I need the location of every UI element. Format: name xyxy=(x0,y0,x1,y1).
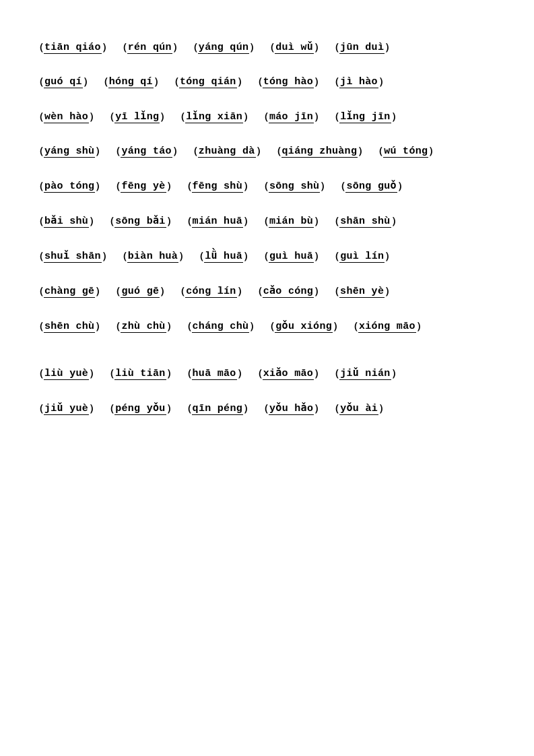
pinyin-text: guó qí xyxy=(44,76,83,88)
pinyin-text: yáng táo xyxy=(121,146,172,158)
row-6: （shuǐ shān）（biàn huà）（lǜ huā）（guì huā）（g… xyxy=(34,249,500,265)
open-paren: （ xyxy=(194,250,204,263)
item-5-2: （mián huā） xyxy=(182,215,253,228)
close-paren: ） xyxy=(172,41,182,54)
item-8-3: （gǒu xióng） xyxy=(265,319,343,333)
pinyin-text: qiáng zhuàng xyxy=(281,146,358,158)
item-2-4: （lǐng jīn） xyxy=(329,110,401,123)
close-paren: ） xyxy=(166,180,176,193)
pinyin-text: xiǎo māo xyxy=(263,367,314,380)
close-paren: ） xyxy=(166,320,176,333)
open-paren: （ xyxy=(188,41,198,54)
close-paren: ） xyxy=(243,111,253,123)
open-paren: （ xyxy=(34,402,44,415)
pinyin-text: jiǔ nián xyxy=(339,367,391,380)
pinyin-text: yáng qún xyxy=(198,42,249,54)
close-paren: ） xyxy=(378,75,389,88)
row-3: （yáng shù）（yáng táo）（zhuàng dà）（qiáng zh… xyxy=(34,145,500,160)
open-paren: （ xyxy=(34,180,44,193)
item-1-1: （hóng qí） xyxy=(98,75,164,88)
pinyin-text: yǒu hǎo xyxy=(269,402,314,415)
item-6-1: （biàn huà） xyxy=(117,250,189,263)
close-paren: ） xyxy=(249,320,259,333)
open-paren: （ xyxy=(329,285,339,298)
item-6-2: （lǜ huā） xyxy=(194,249,253,263)
close-paren: ） xyxy=(314,367,324,380)
item-11-1: （péng yǒu） xyxy=(104,402,176,415)
open-paren: （ xyxy=(104,402,114,415)
pinyin-text: jiǔ yuè xyxy=(44,402,89,415)
pinyin-text: guì lín xyxy=(339,251,385,263)
row-11: （jiǔ yuè）（péng yǒu）（qīn péng）（yǒu hǎo）（y… xyxy=(34,402,500,418)
open-paren: （ xyxy=(110,180,121,193)
open-paren: （ xyxy=(259,111,269,123)
close-paren: ） xyxy=(314,215,324,228)
item-6-3: （guì huā） xyxy=(259,250,324,263)
item-5-0: （bǎi shù） xyxy=(34,214,99,228)
item-11-2: （qīn péng） xyxy=(182,402,253,415)
pinyin-text: hóng qí xyxy=(108,76,154,88)
close-paren: ） xyxy=(249,41,259,54)
pinyin-text: péng yǒu xyxy=(114,402,166,415)
pinyin-text: zhù chù xyxy=(121,321,166,333)
close-paren: ） xyxy=(178,250,189,263)
row-7: （chàng gē）（guó gē）（cóng lín）（cǎo cóng）（s… xyxy=(34,284,500,301)
close-paren: ） xyxy=(166,215,176,228)
pinyin-text: tóng qián xyxy=(179,76,237,88)
close-paren: ） xyxy=(314,402,324,415)
item-11-0: （jiǔ yuè） xyxy=(34,402,99,415)
pinyin-text: huā māo xyxy=(192,368,237,380)
pinyin-text: jì hào xyxy=(339,76,378,88)
open-paren: （ xyxy=(34,215,44,228)
pinyin-text: duì wǔ xyxy=(275,40,314,54)
pinyin-text: mián bù xyxy=(269,216,314,228)
close-paren: ） xyxy=(314,250,324,263)
item-1-0: （guó qí） xyxy=(34,75,93,88)
close-paren: ） xyxy=(95,320,105,333)
pinyin-text: xióng māo xyxy=(358,321,416,333)
open-paren: （ xyxy=(110,285,121,298)
close-paren: ） xyxy=(89,215,99,228)
open-paren: （ xyxy=(265,41,275,54)
open-paren: （ xyxy=(253,75,263,88)
open-paren: （ xyxy=(259,250,269,263)
close-paren: ） xyxy=(166,367,176,380)
open-paren: （ xyxy=(259,180,269,193)
open-paren: （ xyxy=(182,402,192,415)
close-paren: ） xyxy=(314,285,324,298)
pinyin-text: tóng hào xyxy=(263,76,314,88)
pinyin-text: sōng bǎi xyxy=(114,214,166,228)
open-paren: （ xyxy=(182,367,192,380)
open-paren: （ xyxy=(188,145,198,158)
row-10: （liù yuè）（liù tiān）（huā māo）（xiǎo māo）（j… xyxy=(34,367,500,383)
pinyin-text: shēn yè xyxy=(339,286,385,298)
open-paren: （ xyxy=(117,250,127,263)
item-0-3: （duì wǔ） xyxy=(265,40,324,54)
pinyin-text: chàng gē xyxy=(44,286,95,298)
item-10-0: （liù yuè） xyxy=(34,367,99,380)
item-10-4: （jiǔ nián） xyxy=(329,367,401,380)
row-5: （bǎi shù）（sōng bǎi）（mián huā）（mián bù）（s… xyxy=(34,214,500,230)
pinyin-text: jūn duì xyxy=(339,42,385,54)
spacer-row-9 xyxy=(34,354,500,367)
item-8-1: （zhù chù） xyxy=(110,320,176,333)
pinyin-text: sōng guǒ xyxy=(345,179,397,193)
item-10-1: （liù tiān） xyxy=(104,367,176,380)
close-paren: ） xyxy=(391,111,401,123)
item-2-2: （lǐng xiān） xyxy=(175,110,253,123)
item-1-2: （tóng qián） xyxy=(169,75,247,88)
open-paren: （ xyxy=(34,367,44,380)
open-paren: （ xyxy=(335,180,345,193)
close-paren: ） xyxy=(320,180,330,193)
pinyin-text: mián huā xyxy=(192,216,243,228)
close-paren: ） xyxy=(172,145,182,158)
pinyin-text: rén qún xyxy=(127,42,172,54)
open-paren: （ xyxy=(259,402,269,415)
close-paren: ） xyxy=(83,75,93,88)
close-paren: ） xyxy=(385,250,395,263)
open-paren: （ xyxy=(329,250,339,263)
open-paren: （ xyxy=(104,111,114,123)
pinyin-text: bǎi shù xyxy=(44,214,89,228)
pinyin-text: yī lǐng xyxy=(114,110,160,123)
close-paren: ） xyxy=(95,285,105,298)
